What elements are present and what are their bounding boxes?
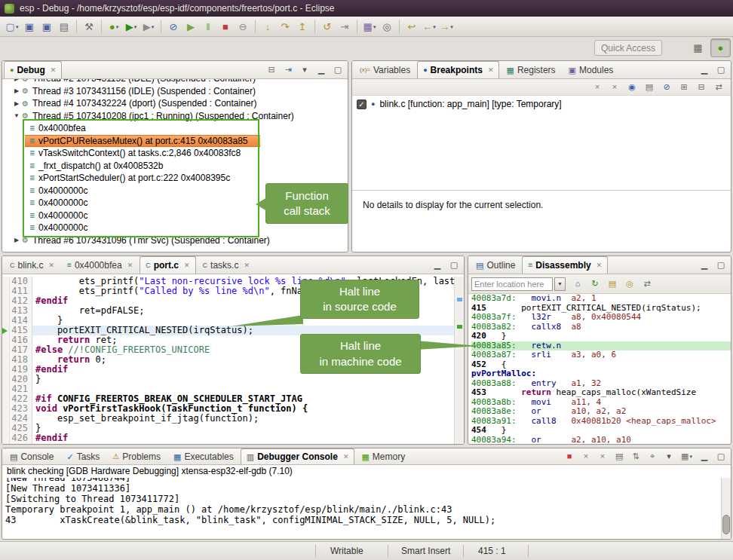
show-source-icon[interactable]: ▤ xyxy=(606,277,619,291)
console-tab-problems[interactable]: ⚠Problems xyxy=(106,448,167,464)
editor-line-number-ruler[interactable]: 4104114124134144154164174184194204214224… xyxy=(10,277,32,444)
editor-tab-port-c[interactable]: Cport.c✕ xyxy=(140,256,195,274)
console-scrollbar[interactable] xyxy=(721,478,731,539)
terminate-console-icon[interactable]: ■ xyxy=(563,451,575,463)
minimize-view-icon[interactable]: ▁ xyxy=(698,64,710,76)
debug-frame-row[interactable]: ≡vTaskSwitchContext() at tasks.c:2,846 0… xyxy=(2,147,348,160)
minimize-view-icon[interactable]: ▁ xyxy=(698,259,710,271)
editor-overview-ruler[interactable] xyxy=(454,277,464,444)
annotation-ruler-row[interactable] xyxy=(2,367,9,377)
quick-access-button[interactable]: Quick Access xyxy=(594,40,662,56)
sync-with-active-context-icon[interactable]: ⇄ xyxy=(640,277,654,291)
close-tab-icon[interactable]: ✕ xyxy=(597,262,603,269)
terminate-icon[interactable]: ■ xyxy=(217,19,234,35)
debug-launch-icon[interactable]: ●▾ xyxy=(106,19,122,35)
console-tab-console[interactable]: ▤Console xyxy=(4,448,60,464)
debug-thread-row[interactable]: ▶⚙Thread #2 1073431152 (IDLE) (Suspended… xyxy=(2,79,348,85)
annotation-ruler-row[interactable] xyxy=(2,436,9,444)
annotation-ruler-row[interactable] xyxy=(2,306,9,316)
collapse-all-icon[interactable]: ⊟ xyxy=(695,81,707,93)
annotation-ruler-row[interactable] xyxy=(2,338,9,347)
breakpoints-list[interactable]: ✓●blink.c [function: app_main] [type: Te… xyxy=(352,96,731,190)
editor-annotation-ruler[interactable] xyxy=(2,277,10,444)
location-combo-arrow-icon[interactable]: ▼ xyxy=(554,277,566,291)
expand-arrow-icon[interactable]: ▶ xyxy=(11,87,22,94)
remove-launch-icon[interactable]: × xyxy=(580,451,592,463)
run-launch-icon[interactable]: ▶▾ xyxy=(123,19,140,35)
debug-tab-debug[interactable]: ●Debug✕ xyxy=(4,61,62,78)
drop-to-frame-icon[interactable]: ↺ xyxy=(319,19,336,35)
remove-all-launches-icon[interactable]: × xyxy=(597,451,609,463)
instruction-stepping-mode-icon[interactable]: ⇥ xyxy=(282,64,294,76)
open-perspective-icon[interactable]: ▦ xyxy=(688,38,708,57)
view-tab-disassembly[interactable]: ≡Disassembly✕ xyxy=(522,256,608,274)
debug-thread-row[interactable]: ▶⚙Thread #4 1073432224 (dport) (Suspende… xyxy=(2,97,348,110)
print-icon[interactable]: ▤ xyxy=(56,19,72,35)
console-scrollbar-thumb[interactable] xyxy=(722,515,730,534)
maximize-view-icon[interactable]: ▢ xyxy=(715,451,727,463)
close-tab-icon[interactable]: ✕ xyxy=(49,262,55,269)
build-icon[interactable]: ⚒ xyxy=(81,19,97,35)
expand-arrow-icon[interactable]: ▶ xyxy=(11,100,22,107)
show-breakpoints-for-selection-icon[interactable]: ◉ xyxy=(626,81,638,93)
remove-breakpoint-icon[interactable]: × xyxy=(591,81,603,93)
close-tab-icon[interactable]: ✕ xyxy=(244,262,250,269)
back-icon[interactable]: ←▾ xyxy=(421,19,437,35)
instruction-stepping-icon[interactable]: ⇥ xyxy=(336,19,353,35)
debug-thread-row[interactable]: ▶⚙Thread #6 1073431096 (Tmr Svc) (Suspen… xyxy=(2,234,348,247)
debug-frame-row[interactable]: ≡0x4000bfea xyxy=(2,122,348,135)
console-tab-executables[interactable]: ▦Executables xyxy=(167,448,240,464)
skip-breakpoints-icon[interactable]: ⊘ xyxy=(165,19,182,35)
close-tab-icon[interactable]: ✕ xyxy=(127,262,133,269)
scroll-lock-icon[interactable]: ⇅ xyxy=(630,451,642,463)
overview-instruction-pointer-marker[interactable] xyxy=(457,325,462,329)
annotation-ruler-row[interactable] xyxy=(2,426,9,436)
new-cpp-project-icon[interactable]: ▦▾ xyxy=(361,19,378,35)
close-tab-icon[interactable]: ✕ xyxy=(343,453,349,461)
editor-tab-tasks-c[interactable]: Ctasks.c✕ xyxy=(197,256,256,274)
view-tab-modules[interactable]: ▣Modules xyxy=(563,61,620,78)
console-tab-tasks[interactable]: ✓Tasks xyxy=(60,448,106,464)
debug-call-stack-tree[interactable]: ▶⚙Thread #2 1073431152 (IDLE) (Suspended… xyxy=(2,79,348,252)
go-to-file-for-breakpoint-icon[interactable]: ▤ xyxy=(643,81,655,93)
display-selected-console-icon[interactable]: ▾ xyxy=(663,451,675,463)
last-edit-location-icon[interactable]: ↩ xyxy=(403,19,420,35)
debug-frame-row[interactable]: ≡vPortCPUReleaseMutex() at port.c:415 0x… xyxy=(25,135,260,148)
debug-thread-row[interactable]: ▼⚙Thread #5 1073410208 (ipc1 : Running) … xyxy=(2,110,348,123)
maximize-view-icon[interactable]: ▢ xyxy=(715,259,727,271)
maximize-view-icon[interactable]: ▢ xyxy=(448,259,460,271)
expand-arrow-icon[interactable]: ▶ xyxy=(11,237,22,243)
remove-all-breakpoints-icon[interactable]: × xyxy=(609,81,621,93)
home-icon[interactable]: ⌂ xyxy=(571,277,584,291)
refresh-icon[interactable]: ↻ xyxy=(588,277,602,291)
annotation-ruler-row[interactable] xyxy=(2,328,9,338)
annotation-ruler-row[interactable] xyxy=(2,377,9,387)
minimize-view-icon[interactable]: ▁ xyxy=(315,64,327,76)
save-all-icon[interactable]: ▣ xyxy=(38,19,55,35)
annotation-ruler-row[interactable] xyxy=(2,286,9,296)
link-with-debug-view-icon[interactable]: ⇄ xyxy=(713,81,725,93)
view-tab-outline[interactable]: ▤Outline xyxy=(470,256,521,274)
external-tools-icon[interactable]: ▶▾ xyxy=(140,19,157,35)
suspend-icon[interactable]: ‖ xyxy=(200,19,216,35)
overview-marker[interactable] xyxy=(457,298,462,301)
expand-arrow-icon[interactable]: ▶ xyxy=(11,79,22,82)
open-console-icon[interactable]: ▦▾ xyxy=(679,451,694,463)
step-return-icon[interactable]: ↥ xyxy=(294,19,311,35)
minimize-view-icon[interactable]: ▁ xyxy=(431,259,443,271)
breakpoint-checkbox[interactable]: ✓ xyxy=(357,99,366,109)
skip-all-breakpoints-icon[interactable]: ⊘ xyxy=(661,81,673,93)
perspective-debug-icon[interactable]: ● xyxy=(710,38,731,57)
annotation-ruler-row[interactable] xyxy=(2,347,9,357)
close-tab-icon[interactable]: ✕ xyxy=(488,66,494,74)
step-into-icon[interactable]: ↓ xyxy=(259,19,276,35)
minimize-view-icon[interactable]: ▁ xyxy=(698,451,710,463)
debug-thread-row[interactable]: ▶⚙Thread #3 1073431156 (IDLE) (Suspended… xyxy=(2,85,348,98)
disassembly-location-input[interactable] xyxy=(471,277,553,291)
annotation-ruler-row[interactable] xyxy=(2,277,9,286)
search-icon[interactable]: ◎ xyxy=(379,19,395,35)
console-tab-debugger-console[interactable]: ▥Debugger Console✕ xyxy=(241,448,355,464)
view-tab-variables[interactable]: (x)=Variables xyxy=(354,61,416,78)
close-tab-icon[interactable]: ✕ xyxy=(184,262,190,269)
annotation-ruler-row[interactable] xyxy=(2,406,9,416)
